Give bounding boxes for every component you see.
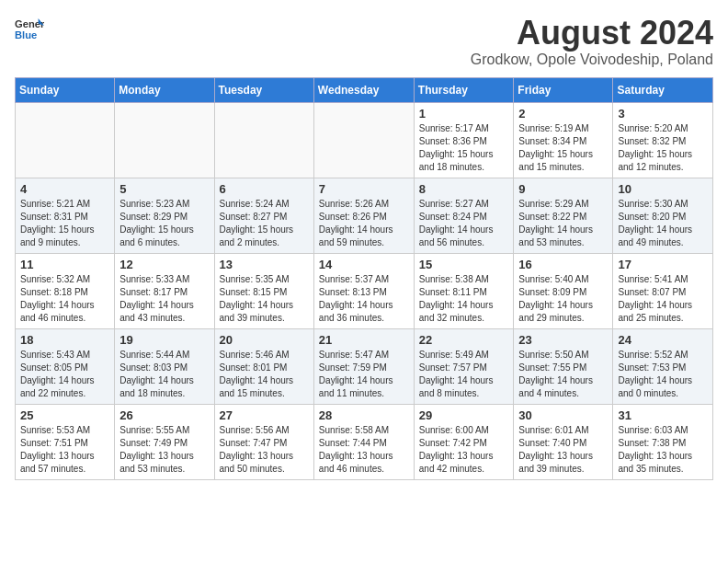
weekday-header-sunday: Sunday — [16, 77, 115, 102]
day-number: 1 — [419, 107, 509, 121]
calendar-cell: 9Sunrise: 5:29 AM Sunset: 8:22 PM Daylig… — [514, 178, 613, 253]
day-number: 27 — [220, 408, 309, 422]
day-info: Sunrise: 5:32 AM Sunset: 8:18 PM Dayligh… — [20, 273, 109, 325]
calendar-week-row-5: 25Sunrise: 5:53 AM Sunset: 7:51 PM Dayli… — [16, 404, 713, 479]
calendar-cell: 27Sunrise: 5:56 AM Sunset: 7:47 PM Dayli… — [214, 404, 313, 479]
day-number: 21 — [319, 333, 409, 347]
day-number: 13 — [220, 258, 309, 271]
calendar-cell: 29Sunrise: 6:00 AM Sunset: 7:42 PM Dayli… — [414, 404, 514, 479]
calendar-cell: 4Sunrise: 5:21 AM Sunset: 8:31 PM Daylig… — [16, 178, 115, 253]
day-number: 31 — [618, 408, 708, 422]
calendar-cell: 3Sunrise: 5:20 AM Sunset: 8:32 PM Daylig… — [613, 102, 713, 178]
calendar-cell: 5Sunrise: 5:23 AM Sunset: 8:29 PM Daylig… — [115, 178, 214, 253]
calendar-cell: 20Sunrise: 5:46 AM Sunset: 8:01 PM Dayli… — [214, 328, 313, 404]
day-info: Sunrise: 5:23 AM Sunset: 8:29 PM Dayligh… — [119, 198, 209, 249]
calendar-cell: 13Sunrise: 5:35 AM Sunset: 8:15 PM Dayli… — [214, 253, 313, 328]
calendar-cell: 30Sunrise: 6:01 AM Sunset: 7:40 PM Dayli… — [514, 404, 613, 479]
calendar-cell: 25Sunrise: 5:53 AM Sunset: 7:51 PM Dayli… — [16, 404, 115, 479]
day-info: Sunrise: 5:21 AM Sunset: 8:31 PM Dayligh… — [20, 198, 109, 249]
day-info: Sunrise: 5:58 AM Sunset: 7:44 PM Dayligh… — [319, 424, 409, 476]
calendar-cell: 6Sunrise: 5:24 AM Sunset: 8:27 PM Daylig… — [214, 178, 313, 253]
day-number: 3 — [618, 107, 708, 121]
day-number: 14 — [319, 258, 409, 271]
day-number: 9 — [518, 182, 608, 196]
day-number: 12 — [119, 258, 209, 271]
calendar-cell — [16, 102, 115, 178]
calendar-week-row-3: 11Sunrise: 5:32 AM Sunset: 8:18 PM Dayli… — [16, 253, 713, 328]
day-info: Sunrise: 6:03 AM Sunset: 7:38 PM Dayligh… — [618, 424, 708, 476]
calendar-cell: 7Sunrise: 5:26 AM Sunset: 8:26 PM Daylig… — [313, 178, 414, 253]
calendar-week-row-2: 4Sunrise: 5:21 AM Sunset: 8:31 PM Daylig… — [16, 178, 713, 253]
day-info: Sunrise: 5:29 AM Sunset: 8:22 PM Dayligh… — [518, 198, 608, 249]
day-number: 20 — [220, 333, 309, 347]
day-info: Sunrise: 5:26 AM Sunset: 8:26 PM Dayligh… — [319, 198, 409, 249]
day-info: Sunrise: 5:43 AM Sunset: 8:05 PM Dayligh… — [20, 349, 109, 400]
day-number: 4 — [20, 182, 109, 196]
calendar-cell: 2Sunrise: 5:19 AM Sunset: 8:34 PM Daylig… — [514, 102, 613, 178]
calendar-cell: 26Sunrise: 5:55 AM Sunset: 7:49 PM Dayli… — [115, 404, 214, 479]
weekday-header-monday: Monday — [115, 77, 214, 102]
calendar-cell: 11Sunrise: 5:32 AM Sunset: 8:18 PM Dayli… — [16, 253, 115, 328]
day-number: 18 — [20, 333, 109, 347]
day-info: Sunrise: 5:50 AM Sunset: 7:55 PM Dayligh… — [518, 349, 608, 400]
weekday-header-wednesday: Wednesday — [313, 77, 414, 102]
day-info: Sunrise: 5:30 AM Sunset: 8:20 PM Dayligh… — [618, 198, 708, 249]
logo-icon: General Blue — [15, 15, 44, 44]
day-info: Sunrise: 5:20 AM Sunset: 8:32 PM Dayligh… — [618, 122, 708, 174]
day-info: Sunrise: 5:46 AM Sunset: 8:01 PM Dayligh… — [220, 349, 309, 400]
day-info: Sunrise: 5:41 AM Sunset: 8:07 PM Dayligh… — [618, 273, 708, 325]
calendar-week-row-4: 18Sunrise: 5:43 AM Sunset: 8:05 PM Dayli… — [16, 328, 713, 404]
calendar-cell: 10Sunrise: 5:30 AM Sunset: 8:20 PM Dayli… — [613, 178, 713, 253]
day-number: 29 — [419, 408, 509, 422]
month-title: August 2024 — [471, 15, 713, 52]
weekday-header-friday: Friday — [514, 77, 613, 102]
day-number: 23 — [518, 333, 608, 347]
day-number: 15 — [419, 258, 509, 271]
day-info: Sunrise: 5:55 AM Sunset: 7:49 PM Dayligh… — [119, 424, 209, 476]
weekday-header-tuesday: Tuesday — [214, 77, 313, 102]
calendar-table: SundayMondayTuesdayWednesdayThursdayFrid… — [15, 77, 713, 480]
day-info: Sunrise: 5:56 AM Sunset: 7:47 PM Dayligh… — [220, 424, 309, 476]
calendar-cell: 31Sunrise: 6:03 AM Sunset: 7:38 PM Dayli… — [613, 404, 713, 479]
day-info: Sunrise: 5:24 AM Sunset: 8:27 PM Dayligh… — [220, 198, 309, 249]
day-number: 16 — [518, 258, 608, 271]
calendar-cell: 21Sunrise: 5:47 AM Sunset: 7:59 PM Dayli… — [313, 328, 414, 404]
title-area: August 2024 Grodkow, Opole Voivodeship, … — [471, 15, 713, 68]
calendar-cell — [115, 102, 214, 178]
calendar-cell: 19Sunrise: 5:44 AM Sunset: 8:03 PM Dayli… — [115, 328, 214, 404]
day-info: Sunrise: 5:38 AM Sunset: 8:11 PM Dayligh… — [419, 273, 509, 325]
day-info: Sunrise: 5:19 AM Sunset: 8:34 PM Dayligh… — [518, 122, 608, 174]
day-info: Sunrise: 5:17 AM Sunset: 8:36 PM Dayligh… — [419, 122, 509, 174]
day-info: Sunrise: 5:40 AM Sunset: 8:09 PM Dayligh… — [518, 273, 608, 325]
day-info: Sunrise: 5:47 AM Sunset: 7:59 PM Dayligh… — [319, 349, 409, 400]
calendar-cell: 24Sunrise: 5:52 AM Sunset: 7:53 PM Dayli… — [613, 328, 713, 404]
day-number: 2 — [518, 107, 608, 121]
weekday-header-row: SundayMondayTuesdayWednesdayThursdayFrid… — [16, 77, 713, 102]
day-number: 6 — [220, 182, 309, 196]
day-number: 11 — [20, 258, 109, 271]
day-number: 30 — [518, 408, 608, 422]
day-info: Sunrise: 5:37 AM Sunset: 8:13 PM Dayligh… — [319, 273, 409, 325]
calendar-cell: 14Sunrise: 5:37 AM Sunset: 8:13 PM Dayli… — [313, 253, 414, 328]
calendar-cell — [313, 102, 414, 178]
logo: General Blue — [15, 15, 44, 44]
day-info: Sunrise: 5:49 AM Sunset: 7:57 PM Dayligh… — [419, 349, 509, 400]
day-info: Sunrise: 5:35 AM Sunset: 8:15 PM Dayligh… — [220, 273, 309, 325]
day-number: 7 — [319, 182, 409, 196]
day-info: Sunrise: 5:52 AM Sunset: 7:53 PM Dayligh… — [618, 349, 708, 400]
calendar-cell: 15Sunrise: 5:38 AM Sunset: 8:11 PM Dayli… — [414, 253, 514, 328]
day-info: Sunrise: 5:53 AM Sunset: 7:51 PM Dayligh… — [20, 424, 109, 476]
calendar-cell: 17Sunrise: 5:41 AM Sunset: 8:07 PM Dayli… — [613, 253, 713, 328]
calendar-cell: 16Sunrise: 5:40 AM Sunset: 8:09 PM Dayli… — [514, 253, 613, 328]
day-info: Sunrise: 6:01 AM Sunset: 7:40 PM Dayligh… — [518, 424, 608, 476]
calendar-cell — [214, 102, 313, 178]
day-number: 10 — [618, 182, 708, 196]
calendar-cell: 12Sunrise: 5:33 AM Sunset: 8:17 PM Dayli… — [115, 253, 214, 328]
day-number: 8 — [419, 182, 509, 196]
day-number: 24 — [618, 333, 708, 347]
day-info: Sunrise: 5:33 AM Sunset: 8:17 PM Dayligh… — [119, 273, 209, 325]
day-number: 28 — [319, 408, 409, 422]
calendar-cell: 23Sunrise: 5:50 AM Sunset: 7:55 PM Dayli… — [514, 328, 613, 404]
day-info: Sunrise: 6:00 AM Sunset: 7:42 PM Dayligh… — [419, 424, 509, 476]
location-title: Grodkow, Opole Voivodeship, Poland — [471, 52, 713, 68]
